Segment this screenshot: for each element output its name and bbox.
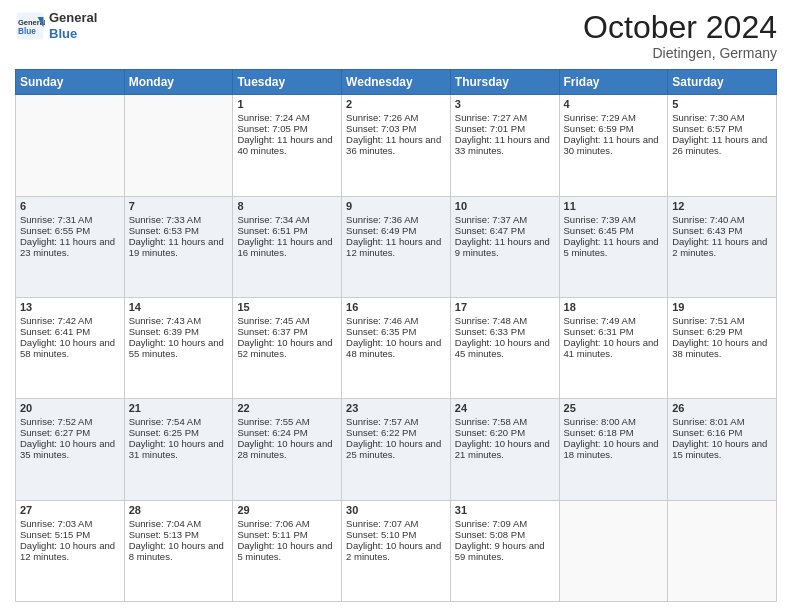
day-number: 19 <box>672 301 772 313</box>
sunset-text: Sunset: 6:43 PM <box>672 225 772 236</box>
daylight-text: Daylight: 11 hours and 16 minutes. <box>237 236 337 258</box>
sunset-text: Sunset: 6:24 PM <box>237 427 337 438</box>
calendar-header-row: SundayMondayTuesdayWednesdayThursdayFrid… <box>16 70 777 95</box>
daylight-text: Daylight: 10 hours and 25 minutes. <box>346 438 446 460</box>
daylight-text: Daylight: 10 hours and 18 minutes. <box>564 438 664 460</box>
day-header-friday: Friday <box>559 70 668 95</box>
sunset-text: Sunset: 5:13 PM <box>129 529 229 540</box>
sunrise-text: Sunrise: 7:29 AM <box>564 112 664 123</box>
day-number: 1 <box>237 98 337 110</box>
daylight-text: Daylight: 11 hours and 5 minutes. <box>564 236 664 258</box>
daylight-text: Daylight: 10 hours and 48 minutes. <box>346 337 446 359</box>
daylight-text: Daylight: 11 hours and 9 minutes. <box>455 236 555 258</box>
sunset-text: Sunset: 6:53 PM <box>129 225 229 236</box>
day-number: 8 <box>237 200 337 212</box>
logo-line1: General <box>49 10 97 26</box>
daylight-text: Daylight: 10 hours and 58 minutes. <box>20 337 120 359</box>
day-number: 20 <box>20 402 120 414</box>
calendar-week-3: 13Sunrise: 7:42 AMSunset: 6:41 PMDayligh… <box>16 297 777 398</box>
sunrise-text: Sunrise: 7:06 AM <box>237 518 337 529</box>
daylight-text: Daylight: 10 hours and 12 minutes. <box>20 540 120 562</box>
header: General Blue General Blue October 2024 D… <box>15 10 777 61</box>
calendar-week-1: 1Sunrise: 7:24 AMSunset: 7:05 PMDaylight… <box>16 95 777 196</box>
calendar-cell: 12Sunrise: 7:40 AMSunset: 6:43 PMDayligh… <box>668 196 777 297</box>
daylight-text: Daylight: 10 hours and 41 minutes. <box>564 337 664 359</box>
calendar-cell: 27Sunrise: 7:03 AMSunset: 5:15 PMDayligh… <box>16 500 125 601</box>
day-header-wednesday: Wednesday <box>342 70 451 95</box>
daylight-text: Daylight: 10 hours and 15 minutes. <box>672 438 772 460</box>
calendar-cell: 22Sunrise: 7:55 AMSunset: 6:24 PMDayligh… <box>233 399 342 500</box>
calendar-table: SundayMondayTuesdayWednesdayThursdayFrid… <box>15 69 777 602</box>
calendar-week-2: 6Sunrise: 7:31 AMSunset: 6:55 PMDaylight… <box>16 196 777 297</box>
calendar-cell: 1Sunrise: 7:24 AMSunset: 7:05 PMDaylight… <box>233 95 342 196</box>
day-header-monday: Monday <box>124 70 233 95</box>
daylight-text: Daylight: 10 hours and 45 minutes. <box>455 337 555 359</box>
day-number: 21 <box>129 402 229 414</box>
sunset-text: Sunset: 6:59 PM <box>564 123 664 134</box>
sunrise-text: Sunrise: 7:55 AM <box>237 416 337 427</box>
logo-icon: General Blue <box>15 11 45 41</box>
calendar-week-4: 20Sunrise: 7:52 AMSunset: 6:27 PMDayligh… <box>16 399 777 500</box>
sunrise-text: Sunrise: 7:27 AM <box>455 112 555 123</box>
daylight-text: Daylight: 10 hours and 21 minutes. <box>455 438 555 460</box>
daylight-text: Daylight: 11 hours and 40 minutes. <box>237 134 337 156</box>
day-number: 5 <box>672 98 772 110</box>
day-header-saturday: Saturday <box>668 70 777 95</box>
sunrise-text: Sunrise: 7:24 AM <box>237 112 337 123</box>
day-number: 16 <box>346 301 446 313</box>
calendar-cell: 31Sunrise: 7:09 AMSunset: 5:08 PMDayligh… <box>450 500 559 601</box>
sunset-text: Sunset: 6:16 PM <box>672 427 772 438</box>
sunrise-text: Sunrise: 7:09 AM <box>455 518 555 529</box>
sunrise-text: Sunrise: 7:46 AM <box>346 315 446 326</box>
daylight-text: Daylight: 10 hours and 55 minutes. <box>129 337 229 359</box>
sunset-text: Sunset: 5:15 PM <box>20 529 120 540</box>
sunrise-text: Sunrise: 7:34 AM <box>237 214 337 225</box>
calendar-cell: 6Sunrise: 7:31 AMSunset: 6:55 PMDaylight… <box>16 196 125 297</box>
day-header-sunday: Sunday <box>16 70 125 95</box>
day-number: 12 <box>672 200 772 212</box>
daylight-text: Daylight: 11 hours and 36 minutes. <box>346 134 446 156</box>
day-number: 14 <box>129 301 229 313</box>
calendar-cell: 21Sunrise: 7:54 AMSunset: 6:25 PMDayligh… <box>124 399 233 500</box>
calendar-cell: 24Sunrise: 7:58 AMSunset: 6:20 PMDayligh… <box>450 399 559 500</box>
sunset-text: Sunset: 6:31 PM <box>564 326 664 337</box>
sunset-text: Sunset: 6:18 PM <box>564 427 664 438</box>
day-number: 17 <box>455 301 555 313</box>
calendar-cell: 17Sunrise: 7:48 AMSunset: 6:33 PMDayligh… <box>450 297 559 398</box>
day-number: 31 <box>455 504 555 516</box>
daylight-text: Daylight: 11 hours and 19 minutes. <box>129 236 229 258</box>
calendar-cell: 10Sunrise: 7:37 AMSunset: 6:47 PMDayligh… <box>450 196 559 297</box>
calendar-cell: 20Sunrise: 7:52 AMSunset: 6:27 PMDayligh… <box>16 399 125 500</box>
calendar-cell: 2Sunrise: 7:26 AMSunset: 7:03 PMDaylight… <box>342 95 451 196</box>
sunrise-text: Sunrise: 7:04 AM <box>129 518 229 529</box>
calendar-cell: 3Sunrise: 7:27 AMSunset: 7:01 PMDaylight… <box>450 95 559 196</box>
calendar-cell: 5Sunrise: 7:30 AMSunset: 6:57 PMDaylight… <box>668 95 777 196</box>
sunset-text: Sunset: 6:20 PM <box>455 427 555 438</box>
svg-text:Blue: Blue <box>18 26 36 35</box>
month-title: October 2024 <box>583 10 777 45</box>
sunrise-text: Sunrise: 7:49 AM <box>564 315 664 326</box>
daylight-text: Daylight: 10 hours and 5 minutes. <box>237 540 337 562</box>
daylight-text: Daylight: 10 hours and 2 minutes. <box>346 540 446 562</box>
calendar-cell: 11Sunrise: 7:39 AMSunset: 6:45 PMDayligh… <box>559 196 668 297</box>
calendar-cell: 18Sunrise: 7:49 AMSunset: 6:31 PMDayligh… <box>559 297 668 398</box>
sunset-text: Sunset: 6:47 PM <box>455 225 555 236</box>
sunrise-text: Sunrise: 7:58 AM <box>455 416 555 427</box>
day-number: 13 <box>20 301 120 313</box>
sunset-text: Sunset: 6:41 PM <box>20 326 120 337</box>
day-number: 29 <box>237 504 337 516</box>
calendar-cell: 13Sunrise: 7:42 AMSunset: 6:41 PMDayligh… <box>16 297 125 398</box>
day-number: 4 <box>564 98 664 110</box>
calendar-cell <box>668 500 777 601</box>
sunset-text: Sunset: 7:01 PM <box>455 123 555 134</box>
sunrise-text: Sunrise: 7:30 AM <box>672 112 772 123</box>
day-number: 9 <box>346 200 446 212</box>
logo-text: General Blue <box>49 10 97 41</box>
calendar-cell <box>16 95 125 196</box>
sunset-text: Sunset: 6:37 PM <box>237 326 337 337</box>
calendar-cell: 30Sunrise: 7:07 AMSunset: 5:10 PMDayligh… <box>342 500 451 601</box>
sunset-text: Sunset: 6:25 PM <box>129 427 229 438</box>
daylight-text: Daylight: 10 hours and 52 minutes. <box>237 337 337 359</box>
sunset-text: Sunset: 5:08 PM <box>455 529 555 540</box>
daylight-text: Daylight: 11 hours and 23 minutes. <box>20 236 120 258</box>
